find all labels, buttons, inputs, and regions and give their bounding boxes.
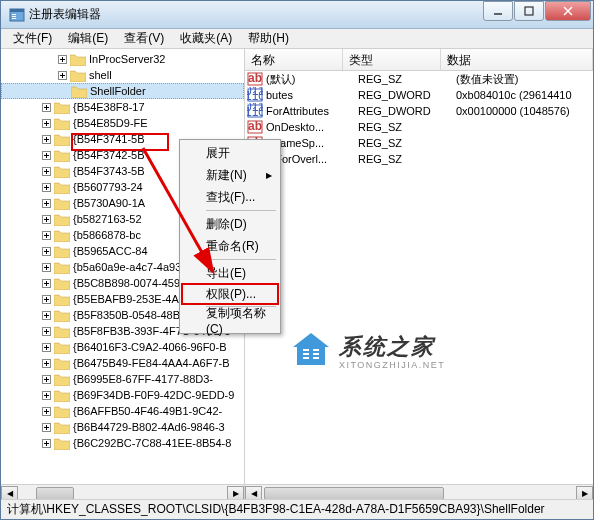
value-type: REG_DWORD [358, 89, 456, 101]
value-data: (数值未设置) [456, 72, 593, 87]
value-row[interactable]: ab(默认)REG_SZ(数值未设置) [245, 71, 593, 87]
tree-expander[interactable] [41, 342, 52, 353]
context-menu-item[interactable]: 新建(N) [182, 164, 278, 186]
string-value-icon: ab [247, 119, 263, 135]
tree-node[interactable]: {B64016F3-C9A2-4066-96F0-B [1, 339, 244, 355]
tree-node-label: {B6AFFB50-4F46-49B1-9C42- [73, 405, 222, 417]
tree-node-label: {B64016F3-C9A2-4066-96F0-B [73, 341, 226, 353]
menu-edit[interactable]: 编辑(E) [60, 28, 116, 49]
context-menu-item[interactable]: 复制项名称(C) [182, 309, 278, 331]
menu-separator [206, 259, 276, 260]
regedit-window: 注册表编辑器 文件(F) 编辑(E) 查看(V) 收藏夹(A) 帮助(H) In… [0, 0, 594, 520]
tree-expander[interactable] [41, 406, 52, 417]
tree-node-label: {B54F3741-5B [73, 133, 145, 145]
svg-text:ab: ab [248, 71, 262, 85]
column-name[interactable]: 名称 [245, 49, 343, 70]
tree-node[interactable]: {B6475B49-FE84-4AA4-A6F7-B [1, 355, 244, 371]
tree-expander[interactable] [41, 150, 52, 161]
tree-expander[interactable] [41, 278, 52, 289]
menu-separator [206, 210, 276, 211]
values-list[interactable]: ab(默认)REG_SZ(数值未设置)011110butesREG_DWORD0… [245, 71, 593, 167]
tree-expander[interactable] [41, 134, 52, 145]
tree-expander[interactable] [41, 358, 52, 369]
tree-expander[interactable] [41, 102, 52, 113]
tree-node[interactable]: {B6B44729-B802-4Ad6-9846-3 [1, 419, 244, 435]
tree-expander[interactable] [41, 326, 52, 337]
context-menu-item[interactable]: 重命名(R) [182, 235, 278, 257]
tree-expander[interactable] [41, 310, 52, 321]
tree-expander[interactable] [57, 70, 68, 81]
tree-expander[interactable] [41, 374, 52, 385]
svg-rect-6 [525, 7, 533, 15]
context-menu-item[interactable]: 查找(F)... [182, 186, 278, 208]
scroll-thumb[interactable] [264, 487, 444, 500]
tree-node-label: {b5827163-52 [73, 213, 142, 225]
value-row[interactable]: 011110ForAttributesREG_DWORD0x00100000 (… [245, 103, 593, 119]
tree-node-label: shell [89, 69, 112, 81]
context-menu: 展开新建(N)查找(F)...删除(D)重命名(R)导出(E)权限(P)...复… [179, 139, 281, 334]
tree-expander[interactable] [41, 422, 52, 433]
tree-node[interactable]: {B69F34DB-F0F9-42DC-9EDD-9 [1, 387, 244, 403]
minimize-button[interactable] [483, 1, 513, 21]
tree-node-label: {b5866878-bc [73, 229, 141, 241]
tree-expander[interactable] [41, 246, 52, 257]
context-menu-item[interactable]: 删除(D) [182, 213, 278, 235]
tree-node-label: {B6B44729-B802-4Ad6-9846-3 [73, 421, 225, 433]
tree-node[interactable]: {B6AFFB50-4F46-49B1-9C42- [1, 403, 244, 419]
titlebar[interactable]: 注册表编辑器 [1, 1, 593, 29]
list-header: 名称 类型 数据 [245, 49, 593, 71]
tree-node[interactable]: InProcServer32 [1, 51, 244, 67]
svg-rect-4 [12, 18, 16, 19]
tree-expander[interactable] [41, 214, 52, 225]
tree-expander[interactable] [41, 118, 52, 129]
tree-node-label: {B69F34DB-F0F9-42DC-9EDD-9 [73, 389, 234, 401]
context-menu-item[interactable]: 展开 [182, 142, 278, 164]
value-row[interactable]: 011110butesREG_DWORD0xb084010c (29614410 [245, 87, 593, 103]
menu-help[interactable]: 帮助(H) [240, 28, 297, 49]
tree-node[interactable]: {B6995E8-67FF-4177-88D3- [1, 371, 244, 387]
close-button[interactable] [545, 1, 591, 21]
menubar: 文件(F) 编辑(E) 查看(V) 收藏夹(A) 帮助(H) [1, 29, 593, 49]
string-value-icon: ab [247, 71, 263, 87]
tree-expander[interactable] [41, 438, 52, 449]
tree-expander[interactable] [41, 294, 52, 305]
tree-expander[interactable] [41, 182, 52, 193]
column-type[interactable]: 类型 [343, 49, 441, 70]
statusbar: 计算机\HKEY_CLASSES_ROOT\CLSID\{B4FB3F98-C1… [1, 499, 593, 519]
value-name: butes [266, 89, 358, 101]
tree-expander[interactable] [41, 390, 52, 401]
value-type: REG_SZ [358, 121, 456, 133]
column-data[interactable]: 数据 [441, 49, 593, 70]
value-type: REG_SZ [358, 137, 456, 149]
context-menu-item[interactable]: 导出(E) [182, 262, 278, 284]
tree-expander[interactable] [41, 166, 52, 177]
statusbar-path: 计算机\HKEY_CLASSES_ROOT\CLSID\{B4FB3F98-C1… [7, 501, 545, 518]
window-controls [482, 1, 591, 21]
menu-favorites[interactable]: 收藏夹(A) [172, 28, 240, 49]
maximize-button[interactable] [514, 1, 544, 21]
tree-node-label: {B6995E8-67FF-4177-88D3- [73, 373, 213, 385]
tree-node[interactable]: {B54E85D9-FE [1, 115, 244, 131]
tree-expander[interactable] [41, 230, 52, 241]
tree-node[interactable]: {B54E38F8-17 [1, 99, 244, 115]
tree-expander[interactable] [57, 54, 68, 65]
tree-node[interactable]: shell [1, 67, 244, 83]
tree-node-label: {B5965ACC-84 [73, 245, 148, 257]
tree-expander[interactable] [41, 198, 52, 209]
svg-rect-1 [10, 9, 24, 12]
tree-node-label: {B54E38F8-17 [73, 101, 145, 113]
tree-node-label: {B54F3743-5B [73, 165, 145, 177]
tree-node[interactable]: ShellFolder [1, 83, 244, 99]
tree-node[interactable]: {B6C292BC-7C88-41EE-8B54-8 [1, 435, 244, 451]
menu-file[interactable]: 文件(F) [5, 28, 60, 49]
menu-view[interactable]: 查看(V) [116, 28, 172, 49]
tree-expander[interactable] [41, 262, 52, 273]
value-row[interactable]: abryForOverl...REG_SZ [245, 151, 593, 167]
binary-value-icon: 011110 [247, 87, 263, 103]
tree-node-label: {B5730A90-1A [73, 197, 145, 209]
value-row[interactable]: abOnDeskto...REG_SZ [245, 119, 593, 135]
scroll-thumb[interactable] [36, 487, 74, 500]
tree-node-label: {B6475B49-FE84-4AA4-A6F7-B [73, 357, 230, 369]
context-menu-item[interactable]: 权限(P)... [181, 283, 279, 305]
value-row[interactable]: aboNameSp...REG_SZ [245, 135, 593, 151]
